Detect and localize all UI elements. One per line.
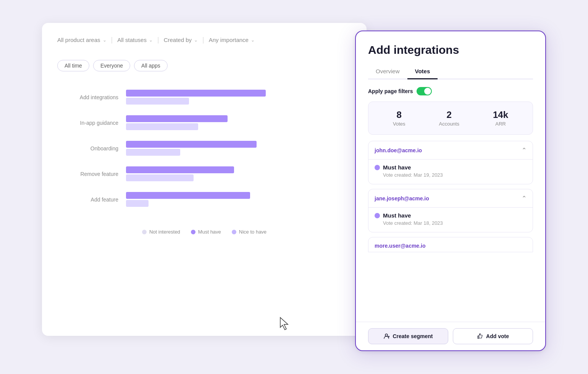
chevron-down-icon: ⌄: [103, 37, 107, 43]
modal-footer: Create segment Add vote: [356, 322, 545, 350]
modal-title: Add integrations: [368, 44, 533, 56]
legend-must-have: Must have: [191, 229, 221, 235]
arr-stat: 14k ARR: [493, 110, 508, 127]
vote-date: Vote created: Mar 19, 2023: [383, 172, 527, 178]
voter-sections: john.doe@acme.io ⌃ Must have Vote create…: [368, 141, 533, 232]
segment-filters: All time Everyone All apps: [57, 60, 351, 71]
chart-row: In-app guidance: [57, 115, 351, 130]
voter-section: jane.joseph@acme.io ⌃ Must have Vote cre…: [368, 189, 533, 232]
vote-type: Must have: [375, 212, 527, 219]
filter-divider-3: |: [202, 36, 204, 44]
product-areas-label: All product areas: [57, 37, 100, 43]
must-have-bar: [126, 192, 250, 199]
must-have-bar: [126, 115, 228, 122]
filter-divider-1: |: [111, 36, 113, 44]
cursor: [279, 317, 289, 332]
chart-row-label: Add feature: [57, 197, 126, 203]
add-vote-label: Add vote: [486, 333, 509, 339]
product-areas-filter[interactable]: All product areas ⌄: [57, 35, 107, 45]
not-interested-label: Not interested: [149, 229, 180, 235]
voter-email-partial: more.user@acme.io: [375, 243, 426, 249]
voter-header-partial[interactable]: more.user@acme.io: [368, 237, 533, 252]
people-filter[interactable]: Everyone: [93, 60, 130, 71]
importance-filter[interactable]: Any importance ⌄: [209, 35, 255, 45]
voter-vote: Must have Vote created: Mar 19, 2023: [368, 159, 533, 184]
modal-tab-overview[interactable]: Overview: [368, 64, 407, 79]
nice-to-have-bar: [126, 200, 149, 207]
chevron-up-icon: ⌃: [522, 147, 527, 154]
voter-header[interactable]: jane.joseph@acme.io ⌃: [368, 189, 533, 207]
apply-filters-row: Apply page filters: [368, 87, 533, 95]
vote-type-label: Must have: [383, 164, 411, 171]
toggle-knob: [424, 88, 431, 95]
statuses-filter[interactable]: All statuses ⌄: [117, 35, 153, 45]
nice-to-have-bar: [126, 174, 194, 181]
apply-filters-toggle[interactable]: [417, 87, 432, 95]
chart-row-label: Onboarding: [57, 145, 126, 152]
nice-to-have-bar: [126, 123, 198, 130]
legend-not-interested: Not interested: [142, 229, 180, 235]
votes-label: Votes: [393, 121, 405, 127]
vote-dot: [375, 165, 380, 170]
chart-row-bars: [126, 90, 351, 105]
must-have-bar: [126, 141, 257, 148]
create-segment-label: Create segment: [393, 333, 433, 339]
not-interested-dot: [142, 230, 147, 234]
voter-email: jane.joseph@acme.io: [375, 195, 429, 202]
modal-body: Apply page filters 8 Votes 2 Accounts 14…: [356, 79, 545, 322]
vote-type-label: Must have: [383, 212, 411, 219]
chevron-down-icon-2: ⌄: [149, 37, 153, 43]
must-have-bar: [126, 166, 234, 173]
modal-header: Add integrations OverviewVotes: [356, 31, 545, 79]
modal-tab-votes[interactable]: Votes: [407, 64, 438, 79]
time-filter[interactable]: All time: [57, 60, 89, 71]
votes-value: 8: [393, 110, 405, 120]
main-panel: All product areas ⌄ | All statuses ⌄ | C…: [42, 23, 367, 336]
legend-nice-to-have: Nice to have: [232, 229, 267, 235]
voter-section-partial: more.user@acme.io: [368, 237, 533, 252]
voter-vote: Must have Vote created: Mar 18, 2023: [368, 207, 533, 232]
create-segment-icon: [383, 333, 389, 339]
chart-row-bars: [126, 166, 351, 181]
chart-row-label: Add integrations: [57, 94, 126, 100]
add-vote-button[interactable]: Add vote: [453, 328, 533, 344]
vote-date: Vote created: Mar 18, 2023: [383, 220, 527, 226]
vote-type: Must have: [375, 164, 527, 171]
chart-row-bars: [126, 141, 351, 156]
svg-point-0: [385, 334, 388, 336]
chart-area: Add integrations In-app guidance Onboard…: [57, 90, 351, 218]
chevron-down-icon-3: ⌄: [194, 37, 198, 43]
modal-tabs: OverviewVotes: [368, 64, 533, 79]
chevron-up-icon: ⌃: [522, 195, 527, 202]
chart-row: Remove feature: [57, 166, 351, 181]
must-have-bar: [126, 90, 266, 97]
stats-card: 8 Votes 2 Accounts 14k ARR: [368, 102, 533, 135]
accounts-value: 2: [439, 110, 459, 120]
must-have-label: Must have: [198, 229, 221, 235]
chart-row-bars: [126, 192, 351, 207]
chart-row-label: In-app guidance: [57, 120, 126, 126]
thumbs-up-icon: [477, 333, 483, 339]
nice-to-have-label: Nice to have: [239, 229, 267, 235]
chart-row: Add integrations: [57, 90, 351, 105]
statuses-label: All statuses: [117, 37, 147, 43]
filter-bar: All product areas ⌄ | All statuses ⌄ | C…: [57, 35, 351, 45]
apply-filters-label: Apply page filters: [368, 88, 413, 94]
votes-stat: 8 Votes: [393, 110, 405, 127]
svg-rect-3: [478, 336, 479, 339]
filter-divider-2: |: [157, 36, 159, 44]
chart-row: Add feature: [57, 192, 351, 207]
apps-filter[interactable]: All apps: [134, 60, 168, 71]
nice-to-have-dot: [232, 230, 236, 234]
create-segment-button[interactable]: Create segment: [368, 328, 448, 344]
chart-legend: Not interested Must have Nice to have: [57, 229, 351, 235]
modal-panel: Add integrations OverviewVotes Apply pag…: [355, 31, 546, 351]
must-have-dot: [191, 230, 195, 234]
chart-row-label: Remove feature: [57, 171, 126, 177]
nice-to-have-bar: [126, 149, 180, 156]
arr-value: 14k: [493, 110, 508, 120]
created-by-filter[interactable]: Created by ⌄: [164, 35, 198, 45]
voter-header[interactable]: john.doe@acme.io ⌃: [368, 141, 533, 159]
voter-section: john.doe@acme.io ⌃ Must have Vote create…: [368, 141, 533, 184]
chevron-down-icon-4: ⌄: [251, 37, 255, 43]
